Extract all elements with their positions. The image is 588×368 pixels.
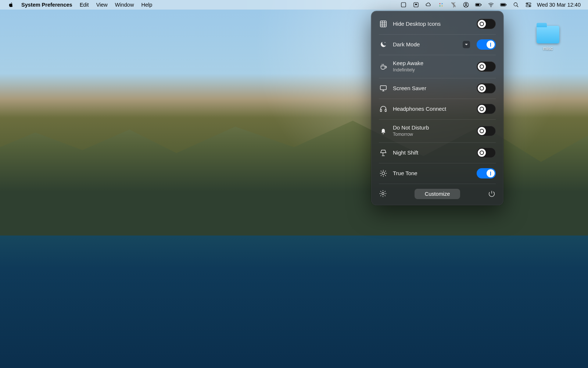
svg-point-4 xyxy=(439,6,440,7)
svg-rect-9 xyxy=(481,4,481,6)
folder-icon xyxy=(537,26,559,43)
lamp-icon xyxy=(379,148,388,157)
apple-menu[interactable] xyxy=(4,0,18,10)
row-do-not-disturb: Do Not Disturb Tomorrow xyxy=(372,119,503,142)
menubar-battery-1[interactable] xyxy=(472,0,485,10)
bell-icon xyxy=(379,127,388,135)
menu-help[interactable]: Help xyxy=(137,0,156,10)
toggle-night-shift[interactable] xyxy=(477,148,496,158)
menu-bar: System Preferences Edit View Window Help… xyxy=(0,0,588,10)
row-headphones-connect: Headphones Connect xyxy=(372,99,503,119)
row-hide-desktop-icons: Hide Desktop Icons xyxy=(372,14,503,34)
row-label: Dark Mode xyxy=(393,41,458,48)
row-dark-mode: Dark Mode xyxy=(372,34,503,55)
toggle-hide-desktop-icons[interactable] xyxy=(477,19,496,29)
menubar-extra-app-2[interactable] xyxy=(410,0,422,10)
menubar-wifi[interactable] xyxy=(485,0,497,10)
dark-mode-options[interactable] xyxy=(463,41,470,48)
row-sublabel: Indefinitely xyxy=(393,67,472,73)
toggle-headphones-connect[interactable] xyxy=(477,104,496,114)
menu-app-name[interactable]: System Preferences xyxy=(18,0,76,10)
moon-icon xyxy=(379,40,388,49)
battery-icon xyxy=(475,1,482,8)
p-app-icon xyxy=(413,1,419,8)
dots-app-icon xyxy=(438,1,444,8)
row-label: Headphones Connect xyxy=(393,106,472,112)
toggle-dark-mode[interactable] xyxy=(477,39,496,50)
svg-rect-20 xyxy=(380,21,387,27)
menubar-extra-app-4[interactable] xyxy=(435,0,447,10)
square-app-icon xyxy=(400,1,407,8)
svg-point-11 xyxy=(491,6,491,7)
search-icon xyxy=(513,1,519,8)
svg-rect-22 xyxy=(380,86,387,90)
menubar-extra-app-1[interactable] xyxy=(397,0,410,10)
row-label: True Tone xyxy=(393,170,472,177)
one-switch-panel: Hide Desktop Icons Dark Mode Keep Awake … xyxy=(371,11,503,205)
bluetooth-off-icon xyxy=(450,1,457,8)
svg-point-21 xyxy=(384,42,385,43)
panel-footer: Customize xyxy=(372,184,503,205)
svg-rect-0 xyxy=(401,3,406,7)
row-true-tone: True Tone xyxy=(372,163,503,184)
svg-point-7 xyxy=(465,3,467,5)
gear-icon xyxy=(379,190,387,198)
menubar-control-center[interactable] xyxy=(522,0,535,10)
monitor-icon xyxy=(379,84,388,93)
folder-label: misc xyxy=(534,46,562,51)
toggle-keep-awake[interactable] xyxy=(477,61,496,72)
settings-button[interactable] xyxy=(379,190,387,199)
menubar-battery-2[interactable] xyxy=(497,0,510,10)
power-button[interactable] xyxy=(488,190,496,199)
menubar-bluetooth[interactable] xyxy=(447,0,460,10)
row-label: Keep Awake xyxy=(393,60,472,67)
svg-point-5 xyxy=(441,6,442,7)
svg-rect-24 xyxy=(385,109,387,112)
menubar-extra-app-3[interactable] xyxy=(422,0,435,10)
svg-rect-23 xyxy=(380,109,382,112)
svg-rect-13 xyxy=(506,4,506,6)
menu-window[interactable]: Window xyxy=(111,0,138,10)
wifi-icon xyxy=(488,1,494,8)
svg-point-19 xyxy=(529,6,530,7)
svg-rect-10 xyxy=(476,4,480,6)
svg-point-2 xyxy=(439,3,440,4)
chevron-down-icon xyxy=(464,42,469,47)
coffee-icon xyxy=(379,62,388,71)
grid-icon xyxy=(379,20,388,28)
headphones-icon xyxy=(379,105,388,113)
battery-full-icon xyxy=(500,1,507,8)
user-icon xyxy=(463,1,469,8)
toggle-do-not-disturb[interactable] xyxy=(477,126,496,136)
toggle-screen-saver[interactable] xyxy=(477,83,496,93)
svg-point-25 xyxy=(382,172,384,174)
row-label: Do Not Disturb xyxy=(393,124,472,131)
menubar-clock[interactable]: Wed 30 Mar 12:40 xyxy=(535,0,584,10)
sun-icon xyxy=(379,169,388,178)
row-label: Screen Saver xyxy=(393,85,472,92)
svg-point-15 xyxy=(514,3,517,6)
svg-point-18 xyxy=(527,3,528,4)
row-screen-saver: Screen Saver xyxy=(372,78,503,99)
row-keep-awake: Keep Awake Indefinitely xyxy=(372,55,503,78)
row-night-shift: Night Shift xyxy=(372,142,503,163)
svg-point-26 xyxy=(382,192,384,195)
menubar-user[interactable] xyxy=(460,0,472,10)
menu-view[interactable]: View xyxy=(93,0,111,10)
row-label: Hide Desktop Icons xyxy=(393,21,472,27)
menu-edit[interactable]: Edit xyxy=(76,0,93,10)
svg-rect-14 xyxy=(501,4,505,6)
desktop-folder-misc[interactable]: misc xyxy=(534,26,562,51)
row-sublabel: Tomorrow xyxy=(393,132,472,137)
cloud-app-icon xyxy=(425,1,432,8)
control-center-icon xyxy=(525,1,532,8)
menubar-search[interactable] xyxy=(510,0,522,10)
apple-icon xyxy=(8,2,14,8)
power-icon xyxy=(488,190,496,198)
svg-point-3 xyxy=(441,3,442,4)
row-label: Night Shift xyxy=(393,149,472,156)
customize-button[interactable]: Customize xyxy=(415,189,460,199)
toggle-true-tone[interactable] xyxy=(477,168,496,178)
